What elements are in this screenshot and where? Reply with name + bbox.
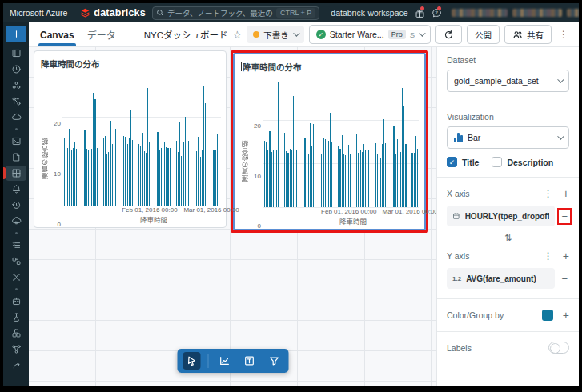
- bar: [375, 143, 375, 207]
- bar: [140, 146, 141, 206]
- sidebar-item-sql-warehouses[interactable]: [6, 214, 26, 229]
- labels-toggle[interactable]: [548, 342, 569, 354]
- bar: [291, 150, 292, 207]
- global-search[interactable]: CTRL + P: [152, 6, 319, 20]
- bar: [110, 121, 110, 206]
- catalog-icon: [11, 80, 22, 90]
- description-checkbox[interactable]: [492, 157, 502, 167]
- divider: [437, 177, 579, 178]
- draft-status-dropdown[interactable]: 下書き: [247, 26, 304, 43]
- bar: [307, 156, 307, 208]
- sidebar-item-sql-editor[interactable]: [6, 134, 26, 149]
- bar: [166, 147, 167, 206]
- sidebar-item-playground[interactable]: [6, 294, 26, 309]
- bar-group: [393, 76, 406, 207]
- bar: [66, 139, 66, 206]
- swap-axes-button[interactable]: ⇅: [504, 233, 512, 243]
- color-group-add-button[interactable]: +: [563, 309, 569, 322]
- y-axis-label: 運賃の総合額: [41, 73, 50, 224]
- bar-group: [356, 76, 369, 207]
- sidebar-item-data-ingestion[interactable]: [6, 254, 26, 269]
- x-axis-field-pill[interactable]: HOURLY(tpep_dropoff_da...: [447, 206, 555, 226]
- title-checkbox[interactable]: ✓: [447, 157, 457, 167]
- more-options-button[interactable]: ⋮: [556, 29, 571, 40]
- add-text-button[interactable]: [240, 352, 258, 370]
- add-visualization-button[interactable]: [215, 352, 233, 370]
- publish-button[interactable]: 公開: [467, 25, 500, 44]
- bar-group: [103, 73, 116, 206]
- sidebar-item-query-history[interactable]: [6, 198, 26, 213]
- sidebar-item-experiments[interactable]: [6, 310, 26, 325]
- bar: [122, 153, 122, 206]
- sidebar-item-compute[interactable]: [6, 110, 26, 125]
- bar: [185, 117, 186, 206]
- help-button[interactable]: ?: [431, 6, 442, 20]
- color-swatch[interactable]: [542, 310, 553, 321]
- filter-icon: [268, 355, 279, 366]
- dataset-select[interactable]: gold_sample_data_set: [447, 70, 569, 92]
- top-navigation-bar: Microsoft Azure databricks CTRL + P data…: [3, 3, 579, 22]
- dataset-label: Dataset: [447, 55, 569, 65]
- sidebar-item-workspace[interactable]: [6, 46, 26, 61]
- favorite-star-icon[interactable]: ☆: [233, 30, 243, 40]
- tab-data[interactable]: データ: [84, 22, 119, 46]
- sidebar-item-recents[interactable]: [6, 62, 26, 77]
- visualization-select[interactable]: Bar: [447, 126, 569, 149]
- share-label: 共有: [527, 29, 544, 41]
- bar: [112, 144, 113, 206]
- serving-icon: [11, 360, 22, 370]
- refresh-icon: [444, 30, 454, 40]
- sidebar-item-pipelines[interactable]: [6, 270, 26, 285]
- refresh-button[interactable]: [435, 25, 462, 44]
- plot-area: [62, 73, 221, 206]
- sidebar-item-queries[interactable]: [6, 150, 26, 165]
- sidebar-item-workflows[interactable]: [6, 94, 26, 109]
- x-axis-remove-button[interactable]: −: [560, 210, 569, 222]
- bar: [71, 150, 72, 206]
- x-axis-options-button[interactable]: ⋮: [542, 188, 555, 199]
- sidebar-item-models[interactable]: [6, 326, 26, 341]
- dashboard-canvas[interactable]: 降車時間の分布 運賃の総合額 20 10 0: [29, 47, 436, 386]
- sidebar-item-dashboards[interactable]: [6, 166, 26, 181]
- bar: [103, 138, 104, 206]
- sidebar-item-job-runs[interactable]: [6, 238, 26, 253]
- sidebar-item-serving[interactable]: [6, 358, 26, 373]
- bar: [367, 150, 367, 207]
- new-button[interactable]: [6, 26, 26, 42]
- chart-widget-1[interactable]: 降車時間の分布 運賃の総合額 20 10 0: [34, 50, 227, 228]
- tab-canvas[interactable]: Canvas: [37, 24, 78, 46]
- workspace-name[interactable]: databrick-workspace: [331, 8, 407, 18]
- bar-group: [375, 76, 387, 207]
- bar-group: [264, 76, 279, 207]
- bar: [164, 142, 165, 206]
- add-filter-button[interactable]: [265, 352, 283, 370]
- sidebar-item-features[interactable]: [6, 342, 26, 357]
- databricks-logo[interactable]: databricks: [80, 7, 146, 18]
- y-axis-field-pill[interactable]: 1.2 AVG(fare_amount): [447, 268, 555, 289]
- search-input[interactable]: [167, 9, 273, 18]
- bell-icon: [11, 184, 22, 194]
- x-axis-add-button[interactable]: +: [555, 187, 569, 200]
- warehouse-pro-badge: Pro: [388, 30, 406, 39]
- annotation-rectangle: 降車時間の分布 運賃の総合額 20 10 0: [231, 50, 428, 233]
- chart-widget-2-selected[interactable]: 降車時間の分布 運賃の総合額 20 10 0: [233, 53, 426, 230]
- y-axis-add-button[interactable]: +: [555, 250, 569, 262]
- sidebar-item-catalog[interactable]: [6, 78, 26, 93]
- bar: [393, 126, 394, 207]
- draft-label: 下書き: [263, 29, 289, 41]
- y-axis-remove-button[interactable]: −: [560, 273, 569, 285]
- sidebar-item-alerts[interactable]: [6, 182, 26, 197]
- select-tool-button[interactable]: [183, 352, 200, 370]
- warehouse-selector[interactable]: ✓ Starter Ware... Pro S: [309, 25, 431, 44]
- bar: [303, 140, 303, 207]
- whats-new-button[interactable]: [415, 6, 425, 20]
- dashboard-title[interactable]: NYCダッシュボード: [144, 28, 228, 41]
- bar: [202, 150, 203, 206]
- bar-group: [176, 73, 189, 206]
- share-button[interactable]: 共有: [504, 25, 552, 44]
- canvas-edit-toolbar: [177, 349, 288, 373]
- bar: [347, 91, 347, 207]
- bar: [276, 150, 277, 207]
- y-axis-options-button[interactable]: ⋮: [542, 250, 555, 262]
- bar-group: [122, 73, 133, 206]
